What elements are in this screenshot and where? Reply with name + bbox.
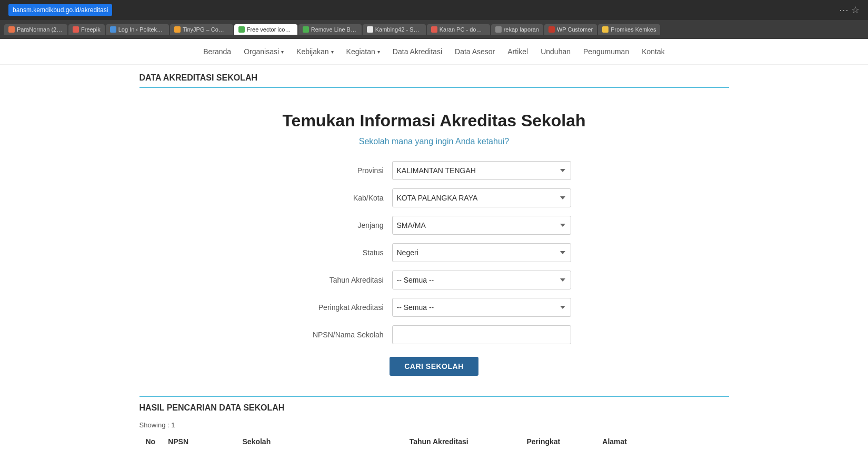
results-section: HASIL PENCARIAN DATA SEKOLAH Showing : 1…	[139, 396, 729, 450]
peringkat-row: Peringkat Akreditasi -- Semua --	[139, 298, 729, 317]
provinsi-label: Provinsi	[297, 166, 392, 175]
jenjang-row: Jenjang SMA/MA	[139, 216, 729, 235]
tahun-select[interactable]: -- Semua --	[392, 271, 571, 289]
tab-favicon	[602, 26, 608, 33]
tahun-label: Tahun Akreditasi	[297, 276, 392, 284]
nav-item-beranda[interactable]: Beranda	[203, 47, 231, 56]
tab-label: Log In ‹ Politeknik K...	[118, 26, 165, 33]
peringkat-label: Peringkat Akreditasi	[297, 303, 392, 312]
results-table: NoNPSNSekolahTahun AkreditasiPeringkatAl…	[139, 433, 729, 450]
search-button[interactable]: CARI SEKOLAH	[390, 357, 478, 376]
status-row: Status Negeri	[139, 243, 729, 262]
browser-tab[interactable]: Free vector icons -...	[234, 24, 297, 35]
table-header-peringkat: Peringkat	[520, 433, 596, 450]
tab-favicon	[238, 26, 245, 33]
jenjang-label: Jenjang	[297, 221, 392, 229]
peringkat-select[interactable]: -- Semua --	[392, 298, 571, 317]
nav-item-kontak[interactable]: Kontak	[642, 47, 665, 56]
navigation: BerandaOrganisasi ▾Kebijakan ▾Kegiatan ▾…	[0, 39, 868, 65]
tab-favicon	[174, 26, 181, 33]
results-table-head: NoNPSNSekolahTahun AkreditasiPeringkatAl…	[139, 433, 729, 450]
browser-tabs: ParaNorman (2012)...FreepikLog In ‹ Poli…	[0, 20, 868, 39]
tab-favicon	[8, 26, 15, 33]
showing-count: Showing : 1	[139, 421, 729, 429]
search-button-row: CARI SEKOLAH	[139, 353, 729, 376]
tab-favicon	[73, 26, 79, 33]
tab-label: TinyJPG – Compres...	[183, 26, 229, 33]
tab-favicon	[367, 26, 373, 33]
tab-label: Kambing42 - Softw...	[375, 26, 422, 33]
tab-favicon	[495, 26, 502, 33]
tab-label: WP Customer	[557, 26, 593, 33]
browser-tab[interactable]: ParaNorman (2012)...	[4, 24, 67, 35]
page-section-title: DATA AKREDITASI SEKOLAH	[139, 73, 729, 88]
tab-label: Freepik	[81, 26, 101, 33]
address-bar[interactable]: bansm.kemdikbud.go.id/akreditasi	[8, 4, 112, 16]
nav-item-artikel[interactable]: Artikel	[507, 47, 528, 56]
page-content: DATA AKREDITASI SEKOLAH Temukan Informas…	[118, 73, 750, 450]
kabkota-row: Kab/Kota KOTA PALANGKA RAYA	[139, 188, 729, 207]
browser-tab[interactable]: rekap laporan	[491, 24, 543, 35]
tab-label: Remove Line Breaks...	[311, 26, 357, 33]
browser-tab[interactable]: Log In ‹ Politeknik K...	[106, 24, 169, 35]
kabkota-select[interactable]: KOTA PALANGKA RAYA	[392, 188, 571, 207]
nav-item-unduhan[interactable]: Unduhan	[541, 47, 571, 56]
nav-item-data-asesor[interactable]: Data Asesor	[455, 47, 495, 56]
provinsi-select[interactable]: KALIMANTAN TENGAH	[392, 161, 571, 180]
table-header-npsn: NPSN	[162, 433, 236, 450]
provinsi-row: Provinsi KALIMANTAN TENGAH	[139, 161, 729, 180]
search-form: Temukan Informasi Akreditas Sekolah Seko…	[139, 101, 729, 392]
nav-item-organisasi[interactable]: Organisasi ▾	[244, 47, 284, 56]
tab-label: Karan PC - downloa...	[440, 26, 486, 33]
table-header-no: No	[139, 433, 162, 450]
tab-favicon	[110, 26, 116, 33]
browser-tab[interactable]: Kambing42 - Softw...	[363, 24, 426, 35]
browser-tab[interactable]: Freepik	[68, 24, 105, 35]
tab-label: Promkes Kemkes	[611, 26, 656, 33]
npsn-row: NPSN/Nama Sekolah 30203478	[139, 325, 729, 344]
npsn-label: NPSN/Nama Sekolah	[297, 331, 392, 339]
table-header-alamat: Alamat	[596, 433, 729, 450]
search-subtitle: Sekolah mana yang ingin Anda ketahui?	[139, 137, 729, 146]
chevron-down-icon: ▾	[281, 49, 284, 55]
nav-item-kegiatan[interactable]: Kegiatan ▾	[346, 47, 380, 56]
tab-label: Free vector icons -...	[247, 26, 293, 33]
browser-tab[interactable]: Promkes Kemkes	[598, 24, 660, 35]
table-header-tahun-akreditasi: Tahun Akreditasi	[403, 433, 521, 450]
nav-item-pengumuman[interactable]: Pengumuman	[583, 47, 629, 56]
kabkota-label: Kab/Kota	[297, 194, 392, 202]
table-header-sekolah: Sekolah	[236, 433, 403, 450]
nav-item-kebijakan[interactable]: Kebijakan ▾	[296, 47, 334, 56]
browser-tab[interactable]: Karan PC - downloa...	[427, 24, 490, 35]
jenjang-select[interactable]: SMA/MA	[392, 216, 571, 235]
tab-favicon	[431, 26, 437, 33]
search-heading: Temukan Informasi Akreditas Sekolah	[139, 111, 729, 131]
browser-tab[interactable]: TinyJPG – Compres...	[170, 24, 233, 35]
browser-tab[interactable]: WP Customer	[544, 24, 597, 35]
chevron-down-icon: ▾	[331, 49, 334, 55]
status-select[interactable]: Negeri	[392, 243, 571, 262]
status-label: Status	[297, 248, 392, 257]
tab-favicon	[548, 26, 555, 33]
tab-label: rekap laporan	[504, 26, 539, 33]
tab-label: ParaNorman (2012)...	[17, 26, 63, 33]
chevron-down-icon: ▾	[377, 49, 380, 55]
browser-chrome: bansm.kemdikbud.go.id/akreditasi ⋯ ☆ Par…	[0, 0, 868, 39]
results-table-header-row: NoNPSNSekolahTahun AkreditasiPeringkatAl…	[139, 433, 729, 450]
results-title: HASIL PENCARIAN DATA SEKOLAH	[139, 403, 729, 413]
tab-favicon	[303, 26, 309, 33]
nav-item-data-akreditasi[interactable]: Data Akreditasi	[393, 47, 442, 56]
tahun-row: Tahun Akreditasi -- Semua --	[139, 271, 729, 289]
npsn-input[interactable]: 30203478	[392, 325, 571, 344]
browser-tab[interactable]: Remove Line Breaks...	[298, 24, 362, 35]
